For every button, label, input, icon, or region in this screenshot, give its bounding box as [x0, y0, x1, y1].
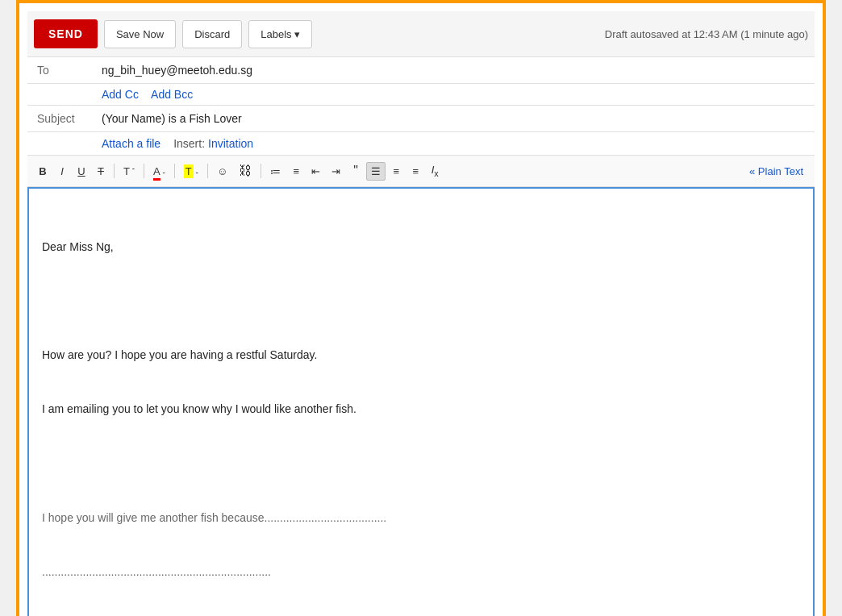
body-line-1: Dear Miss Ng,: [42, 238, 800, 256]
body-line-5: [42, 454, 800, 472]
quote-button[interactable]: ": [347, 160, 365, 181]
body-line-2: [42, 292, 800, 310]
indent-less-button[interactable]: ⇤: [306, 162, 325, 181]
link-button[interactable]: ⛓: [234, 160, 256, 181]
email-composer-container: SEND Save Now Discard Labels ▾ Draft aut…: [16, 0, 826, 616]
indent-more-button[interactable]: ⇥: [327, 162, 345, 181]
emoji-button[interactable]: ☺: [212, 162, 232, 181]
body-line-4: I am emailing you to let you know why I …: [42, 400, 800, 418]
attach-file-link[interactable]: Attach a file: [102, 137, 160, 150]
formatting-bar: B I U T T - A - T - ☺ ⛓ ≔ ≡ ⇤ ⇥ " ☰ ≡ ≡ …: [27, 156, 815, 187]
sep2: [144, 164, 144, 178]
strikethrough-button[interactable]: T: [92, 162, 110, 181]
to-input[interactable]: [102, 64, 805, 77]
save-now-button[interactable]: Save Now: [104, 20, 176, 48]
text-bg-button[interactable]: T -: [179, 162, 203, 181]
font-size-button[interactable]: T -: [119, 160, 140, 181]
email-body[interactable]: Dear Miss Ng, How are you? I hope you ar…: [27, 187, 815, 616]
attach-row: Attach a file Insert: Invitation: [27, 132, 815, 156]
underline-button[interactable]: U: [73, 162, 90, 181]
sep1: [114, 164, 115, 178]
italic-button[interactable]: I: [53, 162, 71, 181]
clear-format-button[interactable]: Ix: [426, 160, 444, 181]
subject-input[interactable]: [102, 112, 805, 125]
draft-status: Draft autosaved at 12:43 AM (1 minute ag…: [605, 28, 808, 40]
compose-area: To Add Cc Add Bcc Subject Attach a file …: [27, 57, 815, 616]
subject-label: Subject: [37, 112, 102, 125]
align-center-button[interactable]: ☰: [366, 162, 386, 181]
body-line-3: How are you? I hope you are having a res…: [42, 346, 800, 364]
subject-row: Subject: [27, 106, 815, 132]
to-label: To: [37, 64, 102, 77]
align-right-button[interactable]: ≡: [406, 162, 424, 181]
body-line-6: I hope you will give me another fish bec…: [42, 509, 800, 527]
add-bcc-link[interactable]: Add Bcc: [151, 88, 193, 101]
add-cc-link[interactable]: Add Cc: [102, 88, 139, 101]
align-left-button[interactable]: ≡: [387, 162, 405, 181]
toolbar: SEND Save Now Discard Labels ▾ Draft aut…: [27, 11, 815, 57]
send-button[interactable]: SEND: [34, 19, 98, 48]
insert-label: Insert:: [173, 137, 205, 150]
bullet-list-button[interactable]: ≡: [287, 162, 305, 181]
to-row: To: [27, 57, 815, 84]
bold-button[interactable]: B: [34, 162, 52, 181]
sep5: [261, 164, 261, 178]
plain-text-button[interactable]: « Plain Text: [744, 163, 808, 180]
labels-button[interactable]: Labels ▾: [248, 20, 312, 48]
body-line-7: ........................................…: [42, 563, 800, 581]
sep4: [207, 164, 208, 178]
font-color-button[interactable]: A -: [148, 162, 170, 181]
numbered-list-button[interactable]: ≔: [265, 162, 286, 181]
invitation-link[interactable]: Invitation: [208, 137, 253, 150]
cc-bcc-row: Add Cc Add Bcc: [27, 84, 815, 106]
discard-button[interactable]: Discard: [182, 20, 242, 48]
sep3: [174, 164, 175, 178]
